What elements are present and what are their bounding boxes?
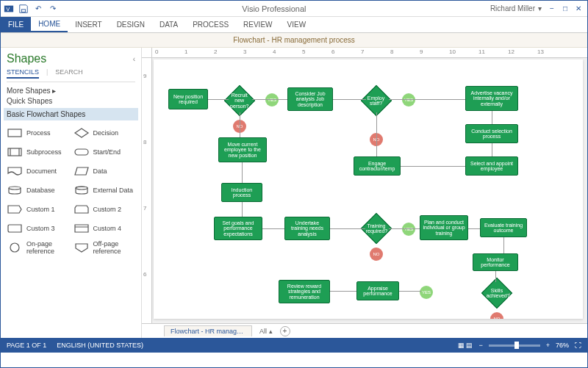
flow-node-n10[interactable]: Induction process <box>221 183 262 202</box>
shape-custom-3[interactable]: Custom 3 <box>7 220 69 237</box>
status-bar: PAGE 1 OF 1 ENGLISH (UNITED STATES) ▦ ▤ … <box>1 338 587 353</box>
sheet-tab-1[interactable]: Flowchart - HR managem… <box>164 325 252 336</box>
flow-node-n6[interactable]: Conduct selection process <box>465 124 518 143</box>
shapes-heading: Shapes‹ <box>7 52 135 65</box>
tab-process[interactable]: PROCESS <box>185 17 236 32</box>
stencil-category[interactable]: Basic Flowchart Shapes <box>4 108 138 120</box>
shapes-pane: Shapes‹ STENCILS | SEARCH More Shapes ▸ … <box>1 48 142 338</box>
document-title-bar: Flowchart - HR management process <box>1 33 587 48</box>
svg-point-9 <box>76 187 87 190</box>
flow-node-n2[interactable]: Recruit new person? <box>224 85 255 116</box>
add-sheet-button[interactable]: + <box>280 326 290 336</box>
flow-node-n8[interactable]: Engage contractor/temp <box>354 156 401 176</box>
shape-external-data[interactable]: External Data <box>74 182 136 198</box>
canvas-area: 012345678910111213 9876 New position req… <box>142 48 587 338</box>
flow-node-n12[interactable]: Undertake training needs analysis <box>284 217 330 240</box>
connector <box>401 166 465 167</box>
collapse-pane-icon[interactable]: ‹ <box>133 55 135 63</box>
connector <box>389 99 465 100</box>
close-button[interactable]: ✕ <box>573 4 584 14</box>
flow-node-n17[interactable]: Review reward strategies and remuneratio… <box>279 280 330 303</box>
flow-node-n4[interactable]: Employ staff? <box>361 85 392 116</box>
shape-data[interactable]: Data <box>74 163 136 179</box>
quick-shapes-link[interactable]: Quick Shapes <box>7 97 135 105</box>
connector <box>330 291 356 292</box>
shape-start-end[interactable]: Start/End <box>74 144 136 160</box>
ruler-vertical: 9876 <box>142 58 152 323</box>
flow-node-n16[interactable]: Monitor performance <box>473 253 518 271</box>
ruler-horizontal: 012345678910111213 <box>142 48 587 58</box>
flow-node-n15[interactable]: Evaluate training outcome <box>480 218 527 237</box>
tab-design[interactable]: DESIGN <box>110 17 152 32</box>
connector <box>509 293 510 294</box>
decision-yes: YES <box>265 93 279 107</box>
language-indicator[interactable]: ENGLISH (UNITED STATES) <box>57 342 143 349</box>
decision-yes: YES <box>402 93 415 107</box>
flow-node-n14[interactable]: Plan and conduct individual or group tra… <box>420 215 468 240</box>
flow-node-n7[interactable]: Move current employee to the new positio… <box>218 137 267 162</box>
connector <box>240 112 240 137</box>
sheet-all[interactable]: All ▴ <box>255 328 277 335</box>
shape-document[interactable]: Document <box>7 163 69 179</box>
drawing-canvas[interactable]: New position requiredRecruit new person?… <box>154 59 583 319</box>
search-tab[interactable]: SEARCH <box>55 68 83 79</box>
flow-node-n11[interactable]: Set goals and performance expectations <box>214 217 262 240</box>
flow-node-n18[interactable]: Appraise performance <box>356 281 399 300</box>
save-icon[interactable] <box>18 4 29 14</box>
tab-file[interactable]: FILE <box>1 17 31 32</box>
svg-rect-3 <box>8 129 21 137</box>
connector <box>389 228 420 229</box>
connector <box>252 99 287 100</box>
zoom-in-button[interactable]: + <box>546 342 550 349</box>
tab-view[interactable]: VIEW <box>280 17 314 32</box>
view-icons[interactable]: ▦ ▤ <box>458 342 473 349</box>
svg-rect-2 <box>21 9 25 12</box>
title-bar: V ↶ ↷ Visio Professional Richard Miller … <box>1 1 587 17</box>
flow-node-n3[interactable]: Consider Job analysis Job description <box>287 87 333 111</box>
connector <box>242 202 243 217</box>
svg-point-8 <box>9 187 21 190</box>
stencils-tab[interactable]: STENCILS <box>7 68 39 79</box>
tab-insert[interactable]: INSERT <box>68 17 110 32</box>
svg-rect-7 <box>75 149 88 155</box>
connector <box>495 271 496 282</box>
flow-node-n13[interactable]: Training required? <box>361 213 392 244</box>
shape-subprocess[interactable]: Subprocess <box>7 144 69 160</box>
zoom-level[interactable]: 76% <box>556 342 569 349</box>
undo-icon[interactable]: ↶ <box>33 4 43 14</box>
shape-custom-2[interactable]: Custom 2 <box>74 201 136 217</box>
visio-icon: V <box>4 4 14 14</box>
svg-text:V: V <box>7 6 10 11</box>
flow-node-n19[interactable]: Skills achieved? <box>481 278 512 309</box>
shape-database[interactable]: Database <box>7 182 69 198</box>
shape-custom-1[interactable]: Custom 1 <box>7 201 69 217</box>
flow-node-n5[interactable]: Advertise vacancy internally and/or exte… <box>465 86 518 111</box>
connector <box>208 99 229 100</box>
tab-review[interactable]: REVIEW <box>236 17 279 32</box>
minimize-button[interactable]: − <box>546 4 558 14</box>
decision-yes: YES <box>402 223 415 236</box>
tab-home[interactable]: HOME <box>31 17 68 32</box>
zoom-out-button[interactable]: − <box>478 342 482 349</box>
maximize-button[interactable]: □ <box>559 4 571 14</box>
shape-on-page-reference[interactable]: On-page reference <box>7 239 69 256</box>
fit-window-button[interactable]: ⛶ <box>575 342 581 349</box>
user-label[interactable]: Richard Miller ▾ <box>490 4 542 12</box>
flow-node-n1[interactable]: New position required <box>168 89 208 109</box>
redo-icon[interactable]: ↷ <box>48 4 58 14</box>
zoom-slider[interactable] <box>489 344 540 347</box>
shape-decision[interactable]: Decision <box>74 125 136 141</box>
tab-data[interactable]: DATA <box>152 17 185 32</box>
connector <box>242 162 243 183</box>
shape-process[interactable]: Process <box>7 125 69 141</box>
connector <box>330 228 365 229</box>
connector <box>468 228 480 229</box>
connector <box>503 237 504 253</box>
more-shapes-link[interactable]: More Shapes ▸ <box>7 87 135 95</box>
app-title: Visio Professional <box>58 4 490 13</box>
sheet-tabs: Flowchart - HR managem… All ▴ + <box>142 323 587 338</box>
shape-off-page-reference[interactable]: Off-page reference <box>74 239 136 256</box>
decision-yes: YES <box>420 286 433 299</box>
shape-custom-4[interactable]: Custom 4 <box>74 220 136 237</box>
flow-node-n9[interactable]: Select and appoint employee <box>465 156 518 176</box>
